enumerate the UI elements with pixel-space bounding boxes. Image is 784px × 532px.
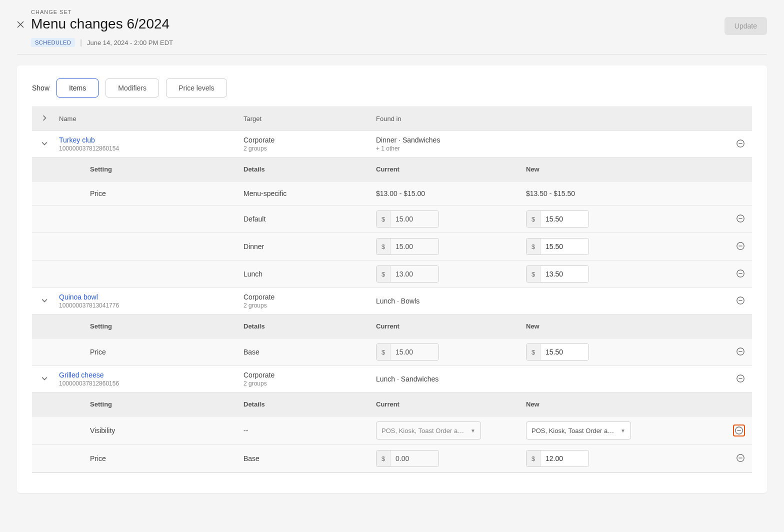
details-text: Base <box>240 452 372 464</box>
amount-field[interactable] <box>540 344 588 360</box>
amount-field[interactable] <box>540 211 588 227</box>
item-link[interactable]: Quinoa bowl <box>59 293 236 301</box>
currency-label: $ <box>526 344 540 360</box>
caret-down-icon: ▼ <box>620 428 626 434</box>
setting-row: Price Menu-specific $13.00 - $15.00 $13.… <box>32 182 752 206</box>
details-text: Menu-specific <box>240 188 372 200</box>
setting-row: Lunch $ $ <box>32 260 752 288</box>
amount-field <box>390 238 438 254</box>
setting-label <box>57 244 240 248</box>
setting-row: Price Base $ $ <box>32 445 752 472</box>
currency-label: $ <box>526 211 540 227</box>
visibility-dropdown[interactable]: POS, Kiosk, Toast Order an… ▼ <box>526 422 631 440</box>
target-sub: 2 groups <box>244 145 368 152</box>
details-text: -- <box>240 424 372 436</box>
item-id: 100000037812860156 <box>59 380 236 387</box>
remove-item-button[interactable] <box>736 296 745 305</box>
col-new: New <box>522 320 636 332</box>
setting-row: Dinner $ $ <box>32 233 752 260</box>
amount-field <box>390 450 438 466</box>
details-text: Base <box>240 346 372 358</box>
money-input: $ <box>376 266 439 282</box>
remove-setting-button[interactable] <box>736 214 745 223</box>
found-in-text: Lunch · Sandwiches <box>376 375 518 383</box>
col-setting: Setting <box>57 164 240 175</box>
amount-field[interactable] <box>540 266 588 282</box>
remove-setting-button[interactable] <box>733 424 745 436</box>
col-setting: Setting <box>57 398 240 410</box>
target-sub: 2 groups <box>244 380 368 387</box>
page-title: Menu changes 6/2024 <box>31 16 173 32</box>
amount-field[interactable] <box>540 238 588 254</box>
visibility-dropdown: POS, Kiosk, Toast Order an… ▼ <box>376 422 481 440</box>
col-new: New <box>522 398 636 410</box>
col-found-in: Found in <box>372 110 522 128</box>
currency-label: $ <box>526 450 540 466</box>
col-current: Current <box>372 164 522 175</box>
tab-items[interactable]: Items <box>56 78 98 98</box>
show-label: Show <box>32 84 50 92</box>
separator: | <box>80 38 82 46</box>
currency-label: $ <box>376 266 390 282</box>
currency-label: $ <box>376 238 390 254</box>
close-icon[interactable] <box>17 21 24 30</box>
target-sub: 2 groups <box>244 302 368 309</box>
setting-header: Setting Details Current New <box>32 158 752 182</box>
money-input: $ <box>526 344 589 360</box>
setting-header: Setting Details Current New <box>32 314 752 338</box>
current-text: $13.00 - $15.00 <box>376 190 425 198</box>
details-text: Lunch <box>240 268 372 280</box>
new-text: $13.50 - $15.50 <box>526 190 575 198</box>
remove-setting-button[interactable] <box>736 347 745 356</box>
col-details: Details <box>240 320 372 332</box>
currency-label: $ <box>526 266 540 282</box>
currency-label: $ <box>526 238 540 254</box>
setting-header: Setting Details Current New <box>32 392 752 416</box>
setting-row: Visibility -- POS, Kiosk, Toast Order an… <box>32 416 752 445</box>
table-row: Turkey club 100000037812860154 Corporate… <box>32 131 752 158</box>
found-in-text: Lunch · Bowls <box>376 297 518 305</box>
col-new: New <box>522 164 636 175</box>
setting-label: Price <box>57 188 240 200</box>
col-current: Current <box>372 398 522 410</box>
chevron-down-icon[interactable] <box>42 297 48 305</box>
update-button[interactable]: Update <box>724 17 767 35</box>
chevron-down-icon[interactable] <box>42 140 48 148</box>
target-text: Corporate <box>244 371 368 379</box>
col-details: Details <box>240 398 372 410</box>
tab-modifiers[interactable]: Modifiers <box>106 78 159 98</box>
item-link[interactable]: Grilled cheese <box>59 371 236 379</box>
remove-setting-button[interactable] <box>736 242 745 250</box>
target-text: Corporate <box>244 293 368 301</box>
col-current: Current <box>372 320 522 332</box>
currency-label: $ <box>376 211 390 227</box>
remove-setting-button[interactable] <box>736 269 745 278</box>
details-text: Dinner <box>240 240 372 252</box>
amount-field[interactable] <box>540 450 588 466</box>
target-text: Corporate <box>244 136 368 144</box>
setting-label <box>57 272 240 276</box>
currency-label: $ <box>376 450 390 466</box>
chevron-right-icon[interactable] <box>42 115 48 122</box>
item-id: 100000037812860154 <box>59 145 236 152</box>
tab-price-levels[interactable]: Price levels <box>166 78 227 98</box>
dropdown-text: POS, Kiosk, Toast Order an… <box>532 427 618 434</box>
item-link[interactable]: Turkey club <box>59 136 236 144</box>
money-input: $ <box>526 266 589 282</box>
money-input: $ <box>376 344 439 360</box>
table-row: Grilled cheese 100000037812860156 Corpor… <box>32 366 752 392</box>
remove-item-button[interactable] <box>736 139 745 148</box>
col-details: Details <box>240 164 372 175</box>
money-input: $ <box>526 238 589 255</box>
remove-setting-button[interactable] <box>736 454 745 462</box>
chevron-down-icon[interactable] <box>42 375 48 383</box>
setting-row: Price Base $ $ <box>32 338 752 366</box>
eyebrow: CHANGE SET <box>31 9 173 15</box>
divider <box>17 54 767 54</box>
setting-label: Price <box>57 452 240 464</box>
remove-item-button[interactable] <box>736 374 745 383</box>
setting-label: Visibility <box>57 424 240 436</box>
setting-label <box>57 217 240 221</box>
col-setting: Setting <box>57 320 240 332</box>
table-row: Quinoa bowl 100000037813041776 Corporate… <box>32 288 752 314</box>
